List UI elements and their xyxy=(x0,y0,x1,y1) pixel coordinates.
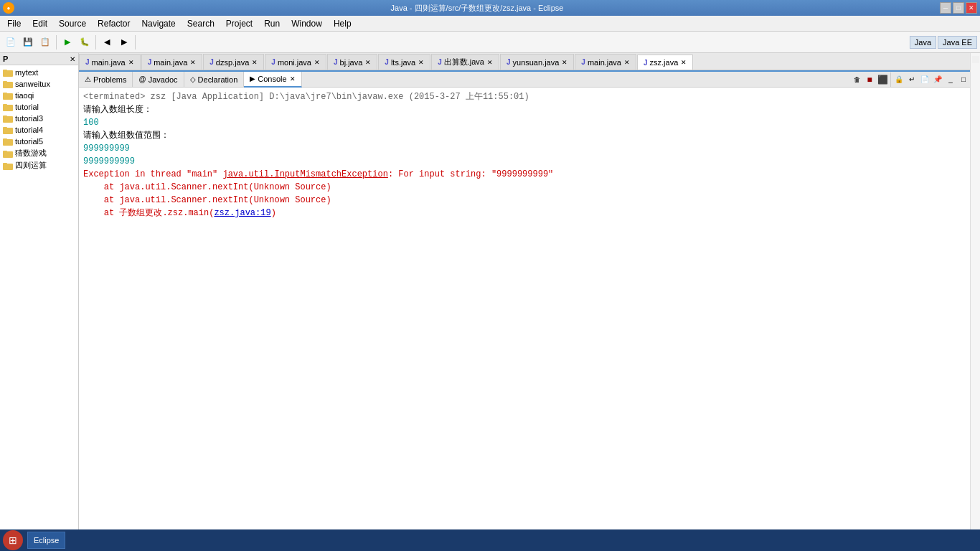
terminate-button[interactable]: ⬛ xyxy=(876,73,889,86)
tab-close-button[interactable]: ✕ xyxy=(418,59,424,66)
tab-close-button[interactable]: ✕ xyxy=(252,59,258,66)
console-panel: ⚠ Problems @ Javadoc ◇ Declaration ▶ Con… xyxy=(79,70,970,529)
tab-close-button[interactable]: ✕ xyxy=(562,59,567,66)
open-console-button[interactable]: 📄 xyxy=(918,73,931,86)
tab-problems[interactable]: ⚠ Problems xyxy=(79,72,133,88)
content-area: J main.java ✕ J main.java ✕ J dzsp.java … xyxy=(79,53,970,529)
minimize-button[interactable]: ─ xyxy=(940,2,951,14)
folder-icon xyxy=(3,161,13,171)
prev-edit-button[interactable]: ◀ xyxy=(99,34,115,50)
tab-console[interactable]: ▶ Console ✕ xyxy=(244,72,301,88)
problems-icon: ⚠ xyxy=(85,75,91,83)
save-all-button[interactable]: 📋 xyxy=(37,34,53,50)
maximize-button[interactable]: □ xyxy=(953,2,964,14)
debug-button[interactable]: 🐛 xyxy=(77,34,93,50)
tab-close-button[interactable]: ✕ xyxy=(314,59,320,66)
stop-button[interactable]: ■ xyxy=(863,73,876,86)
tree-item-arithmetic[interactable]: 四则运算 xyxy=(0,159,78,171)
run-button[interactable]: ▶ xyxy=(60,34,75,50)
svg-rect-11 xyxy=(3,127,7,129)
console-line-prompt-range: 请输入数组数值范围： xyxy=(83,129,966,142)
toolbar-separator-3 xyxy=(135,35,136,50)
tab-zsz-java[interactable]: J zsz.java ✕ xyxy=(637,55,693,70)
toolbar-separator-1 xyxy=(56,35,57,50)
menu-search[interactable]: Search xyxy=(183,17,219,30)
folder-icon xyxy=(3,67,13,77)
tab-declaration[interactable]: ◇ Declaration xyxy=(184,72,245,88)
tree-item-sanweitux[interactable]: sanweitux xyxy=(0,78,78,90)
tab-main-java-1[interactable]: J main.java ✕ xyxy=(79,54,141,70)
tree-item-label: mytext xyxy=(15,68,38,77)
tab-close-button[interactable]: ✕ xyxy=(128,59,134,66)
menu-file[interactable]: File xyxy=(3,17,25,30)
console-output: <terminated> zsz [Java Application] D:\j… xyxy=(79,88,970,529)
tab-yunsuan-java[interactable]: J yunsuan.java ✕ xyxy=(500,54,574,70)
svg-rect-17 xyxy=(3,163,7,165)
menubar: File Edit Source Refactor Navigate Searc… xyxy=(0,16,980,32)
tab-javadoc[interactable]: @ Javadoc xyxy=(133,72,184,88)
console-line-value-2: 9999999999 xyxy=(83,155,966,168)
tree-item-mytext[interactable]: mytext xyxy=(0,67,78,78)
tree-item-tutorial4[interactable]: tutorial4 xyxy=(0,124,78,136)
tab-dzsp-java[interactable]: J dzsp.java ✕ xyxy=(203,54,264,70)
svg-rect-5 xyxy=(3,93,7,95)
tab-main-java-2[interactable]: J main.java ✕ xyxy=(141,54,203,70)
tree-item-tutorial3[interactable]: tutorial3 xyxy=(0,113,78,124)
menu-edit[interactable]: Edit xyxy=(28,17,52,30)
tab-label: main.java xyxy=(92,58,126,67)
tab-close-button[interactable]: ✕ xyxy=(190,59,196,66)
tab-close-button[interactable]: ✕ xyxy=(487,59,493,66)
tab-main-java-3[interactable]: J main.java ✕ xyxy=(575,54,636,70)
menu-window[interactable]: Window xyxy=(287,17,326,30)
menu-refactor[interactable]: Refactor xyxy=(93,17,134,30)
close-button[interactable]: ✕ xyxy=(966,2,977,14)
scroll-lock-button[interactable]: 🔒 xyxy=(892,73,905,86)
sidebar-minimize-button[interactable]: ✕ xyxy=(70,55,75,63)
java-file-icon: J xyxy=(85,58,90,66)
pin-console-button[interactable]: 📌 xyxy=(931,73,944,86)
new-button[interactable]: 📄 xyxy=(3,34,19,50)
folder-icon xyxy=(3,125,13,135)
start-button[interactable]: ⊞ xyxy=(3,530,23,550)
tree-item-guess-game[interactable]: 猜数游戏 xyxy=(0,147,78,159)
tab-lts-java[interactable]: J lts.java ✕ xyxy=(378,54,430,70)
tab-close-button[interactable]: ✕ xyxy=(624,59,630,66)
window-title: Java - 四则运算/src/子数组更改/zsz.java - Eclipse xyxy=(14,3,940,14)
clear-console-button[interactable]: 🗑 xyxy=(850,73,863,86)
tab-close-button[interactable]: ✕ xyxy=(681,59,687,66)
perspective-java-ee[interactable]: Java EE xyxy=(938,36,977,49)
menu-help[interactable]: Help xyxy=(329,17,356,30)
next-edit-button[interactable]: ▶ xyxy=(116,34,132,50)
stack-link[interactable]: zsz.java:19 xyxy=(214,208,270,218)
maximize-panel-button[interactable]: □ xyxy=(957,73,970,86)
tree-item-label: tutorial4 xyxy=(15,126,43,134)
menu-run[interactable]: Run xyxy=(260,17,284,30)
tab-close-button[interactable]: ✕ xyxy=(290,75,296,83)
console-exception-line: Exception in thread "main" java.util.Inp… xyxy=(83,168,966,181)
tree-item-label: tutorial xyxy=(15,103,39,111)
folder-icon xyxy=(3,113,13,123)
save-button[interactable]: 💾 xyxy=(20,34,36,50)
taskbar-eclipse[interactable]: Eclipse xyxy=(27,532,65,549)
tab-label: main.java xyxy=(154,58,187,67)
word-wrap-button[interactable]: ↵ xyxy=(905,73,918,86)
separator xyxy=(890,72,891,87)
menu-source[interactable]: Source xyxy=(55,17,90,30)
svg-rect-7 xyxy=(3,104,7,106)
tab-bj-java[interactable]: J bj.java ✕ xyxy=(327,54,377,70)
minimize-panel-button[interactable]: _ xyxy=(944,73,957,86)
tab-close-button[interactable]: ✕ xyxy=(365,59,371,66)
tree-item-tutorial[interactable]: tutorial xyxy=(0,101,78,113)
svg-rect-9 xyxy=(3,116,7,118)
perspective-java[interactable]: Java xyxy=(910,36,936,49)
tab-label: zsz.java xyxy=(650,58,679,67)
tab-chusuan-java[interactable]: J 出算数.java ✕ xyxy=(431,54,499,70)
right-margin xyxy=(970,53,980,529)
tree-item-tiaoqi[interactable]: tiaoqi xyxy=(0,90,78,101)
tree-item-tutorial5[interactable]: tutorial5 xyxy=(0,136,78,147)
tab-moni-java[interactable]: J moni.java ✕ xyxy=(265,54,326,70)
menu-project[interactable]: Project xyxy=(222,17,257,30)
menu-navigate[interactable]: Navigate xyxy=(137,17,179,30)
console-terminated-line: <terminated> zsz [Java Application] D:\j… xyxy=(83,90,966,103)
toolbar: 📄 💾 📋 ▶ 🐛 ◀ ▶ Java Java EE xyxy=(0,32,980,53)
